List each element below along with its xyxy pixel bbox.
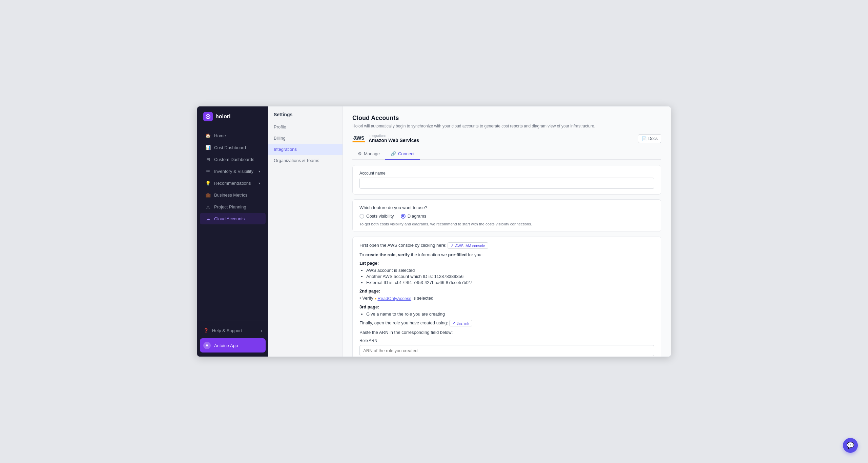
sidebar-item-cloud-accounts[interactable]: ☁ Cloud Accounts	[200, 213, 266, 224]
step2-verify-text: Verify	[362, 296, 373, 301]
costs-visibility-radio[interactable]	[359, 214, 364, 219]
chevron-down-icon: ▾	[259, 169, 260, 173]
settings-item-organizations-teams[interactable]: Organizations & Teams	[268, 155, 343, 166]
tab-manage-label: Manage	[364, 151, 380, 156]
step2-heading: 2nd page:	[359, 288, 654, 294]
help-icon: ❓	[203, 328, 209, 333]
home-icon: 🏠	[205, 133, 211, 138]
sidebar-item-inventory-visibility[interactable]: 👁 Inventory & Visibility ▾	[200, 165, 266, 177]
docs-label: Docs	[648, 136, 658, 141]
sidebar-item-label: Business Metrics	[214, 193, 247, 198]
aws-iam-btn-label: AWS IAM console	[455, 244, 485, 248]
sidebar-item-cost-dashboard[interactable]: 📊 Cost Dashboard	[200, 142, 266, 153]
settings-item-billing[interactable]: Billing	[268, 133, 343, 144]
paste-instruction: Paste the ARN in the corresponding field…	[359, 330, 654, 335]
integration-info: Integrations Amazon Web Services	[369, 134, 419, 143]
instruction-open-text: First open the AWS console by clicking h…	[359, 243, 447, 248]
feature-selection-card: Which feature do you want to use? Costs …	[352, 199, 661, 232]
pre-filled-bold: pre-filled	[448, 252, 467, 257]
this-link-label: this link	[457, 321, 469, 325]
account-name-card: Account name	[352, 165, 661, 195]
docs-button[interactable]: 📄 Docs	[638, 134, 661, 143]
docs-icon: 📄	[642, 136, 647, 141]
sidebar-item-label: Custom Dashboards	[214, 157, 254, 162]
this-link-button[interactable]: ↗ this link	[449, 320, 472, 326]
app-name: holori	[215, 114, 230, 120]
instructions-card: First open the AWS console by clicking h…	[352, 237, 661, 357]
sidebar: holori 🏠 Home 📊 Cost Dashboard ⊞ Custom …	[197, 106, 268, 357]
bar-chart-icon: 📊	[205, 145, 211, 150]
feature-radio-group: Costs visibility Diagrams	[359, 214, 654, 219]
sidebar-item-recommendations[interactable]: 💡 Recommendations ▾	[200, 177, 266, 189]
page-title: Cloud Accounts	[352, 115, 661, 122]
role-arn-label: Role ARN	[359, 338, 654, 343]
account-name-input[interactable]	[359, 178, 654, 189]
chat-bubble-button[interactable]: 💬	[843, 438, 858, 453]
tab-manage[interactable]: ⚙ Manage	[352, 148, 385, 160]
feature-note: To get both costs visibility and diagram…	[359, 222, 654, 226]
integration-label: Integrations	[369, 134, 419, 138]
user-label: Antoine App	[214, 343, 238, 348]
sidebar-item-project-planning[interactable]: △ Project Planning	[200, 201, 266, 213]
lightbulb-icon: 💡	[205, 180, 211, 186]
readonly-access-link[interactable]: ReadOnlyAccess	[377, 296, 411, 301]
chevron-right-icon: ›	[261, 328, 262, 333]
finally-instruction: Finally, open the role you have created …	[359, 320, 654, 326]
step3-bullet-1: Give a name to the role you are creating	[366, 311, 654, 317]
diagrams-label: Diagrams	[408, 214, 427, 219]
help-support-item[interactable]: ❓ Help & Support ›	[200, 325, 266, 336]
diagrams-option[interactable]: Diagrams	[401, 214, 427, 219]
role-arn-input[interactable]	[359, 345, 654, 356]
eye-icon: 👁	[205, 168, 211, 174]
aws-iam-console-button[interactable]: ↗ AWS IAM console	[448, 242, 488, 249]
user-button[interactable]: A Antoine App	[200, 338, 266, 353]
grid-icon: ⊞	[205, 157, 211, 162]
step2-rest-text: is selected	[413, 296, 433, 301]
step1-bullet-2: Another AWS account which ID is: 1128783…	[366, 274, 654, 279]
sidebar-bottom: ❓ Help & Support › A Antoine App	[197, 321, 268, 357]
costs-visibility-option[interactable]: Costs visibility	[359, 214, 394, 219]
step1-bullet-1: AWS account is selected	[366, 268, 654, 273]
chat-icon: 💬	[847, 442, 854, 449]
step1-heading: 1st page:	[359, 261, 654, 266]
feature-question: Which feature do you want to use?	[359, 205, 654, 210]
open-console-instruction: First open the AWS console by clicking h…	[359, 242, 654, 249]
account-name-label: Account name	[359, 171, 654, 176]
integration-name: Amazon Web Services	[369, 138, 419, 143]
tabs: ⚙ Manage 🔗 Connect	[352, 148, 661, 160]
settings-item-profile[interactable]: Profile	[268, 121, 343, 133]
sidebar-item-label: Home	[214, 133, 226, 138]
link-icon: 🔗	[391, 151, 396, 156]
sidebar-item-label: Inventory & Visibility	[214, 169, 253, 174]
external-link-icon: ↗	[452, 321, 455, 325]
tab-connect[interactable]: 🔗 Connect	[385, 148, 420, 160]
sidebar-item-label: Project Planning	[214, 204, 246, 209]
settings-title: Settings	[268, 112, 343, 121]
sidebar-item-label: Cost Dashboard	[214, 145, 246, 150]
page-description: Holori will automatically begin to synch…	[352, 124, 661, 128]
tab-connect-label: Connect	[398, 151, 414, 156]
sidebar-navigation: 🏠 Home 📊 Cost Dashboard ⊞ Custom Dashboa…	[197, 127, 268, 321]
create-role-instruction: To create the role, verify the informati…	[359, 252, 654, 257]
sidebar-item-business-metrics[interactable]: 💼 Business Metrics	[200, 189, 266, 201]
finally-text: Finally, open the role you have created …	[359, 320, 448, 325]
settings-item-integrations[interactable]: Integrations	[268, 144, 343, 155]
aws-logo: aws	[352, 135, 365, 142]
step1-bullets: AWS account is selected Another AWS acco…	[359, 268, 654, 285]
costs-visibility-label: Costs visibility	[366, 214, 394, 219]
step2-content: • Verify ● ReadOnlyAccess is selected	[359, 296, 654, 301]
sidebar-item-custom-dashboards[interactable]: ⊞ Custom Dashboards	[200, 154, 266, 165]
logo-icon	[203, 112, 213, 121]
integration-header: aws Integrations Amazon Web Services 📄 D…	[352, 134, 661, 143]
diagrams-radio[interactable]	[401, 214, 406, 219]
external-link-icon: ↗	[451, 243, 454, 248]
sidebar-item-label: Cloud Accounts	[214, 216, 245, 221]
aws-bar	[352, 141, 365, 142]
briefcase-icon: 💼	[205, 192, 211, 198]
settings-panel: Settings Profile Billing Integrations Or…	[268, 106, 343, 357]
sidebar-item-label: Recommendations	[214, 181, 251, 186]
sidebar-item-home[interactable]: 🏠 Home	[200, 130, 266, 141]
step3-bullets: Give a name to the role you are creating	[359, 311, 654, 317]
step3-heading: 3rd page:	[359, 304, 654, 309]
create-role-bold: create the role, verify	[365, 252, 410, 257]
